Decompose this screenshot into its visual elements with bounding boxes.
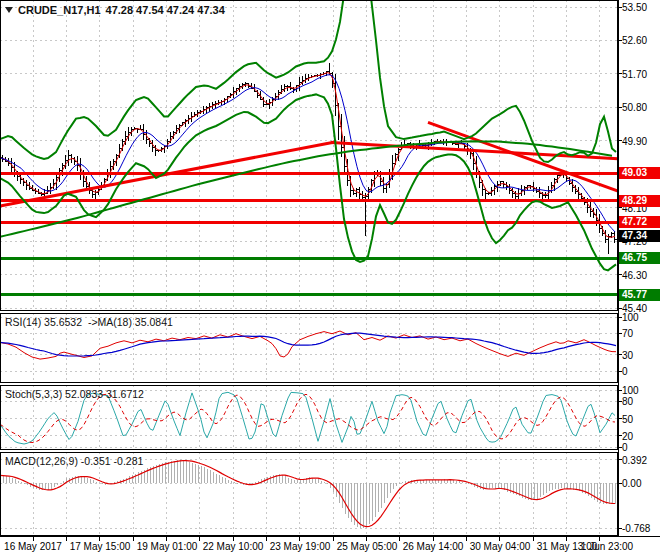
stoch-tick-label: 50 [622, 414, 633, 425]
rsi-tick-label: 30 [622, 350, 633, 361]
price-tick-label: 51.70 [622, 69, 647, 80]
time-axis-label: 25 May 05:00 [329, 541, 405, 552]
stoch-indicator-label: Stoch(5,3,3) 52.0833 31.6712 [5, 388, 144, 400]
price-tick-label: 49.90 [622, 136, 647, 147]
price-tick-label: 46.30 [622, 270, 647, 281]
time-axis-label: 19 May 01:00 [129, 541, 205, 552]
time-axis-label: 22 May 10:00 [195, 541, 271, 552]
time-axis-label: 16 May 2017 [0, 541, 71, 552]
symbol-title: CRUDE_N17,H1 [18, 4, 101, 16]
price-tick-label: 50.80 [622, 102, 647, 113]
price-badge-res: 49.03 [619, 167, 660, 179]
ohlc-values: 47.28 47.54 47.24 47.34 [106, 4, 225, 16]
time-axis-label: 26 May 14:00 [395, 541, 471, 552]
price-badge-cur: 47.34 [619, 230, 660, 242]
time-axis-label: 23 May 19:00 [262, 541, 338, 552]
trading-terminal-chart-window: CRUDE_N17,H1 47.28 47.54 47.24 47.34 RSI… [0, 0, 660, 560]
symbol-collapse-icon[interactable] [5, 7, 13, 13]
rsi-tick-label: 100 [622, 312, 639, 323]
rsi-tick-label: 0 [622, 366, 628, 377]
price-badge-res: 47.72 [619, 216, 660, 228]
price-chart-canvas[interactable] [0, 0, 660, 560]
time-axis-label: 1 Jun 23:00 [569, 541, 645, 552]
chart-header: CRUDE_N17,H1 47.28 47.54 47.24 47.34 [5, 4, 225, 16]
rsi-indicator-label: RSI(14) 35.6532 ->MA(18) 35.0841 [5, 316, 173, 328]
macd-tick-label: 0.00 [622, 478, 641, 489]
time-axis-label: 30 May 04:00 [462, 541, 538, 552]
stoch-tick-label: 80 [622, 396, 633, 407]
price-badge-sup: 45.77 [619, 289, 660, 301]
price-tick-label: 52.60 [622, 35, 647, 46]
macd-tick-label: 0.392 [622, 455, 647, 466]
time-axis-label: 17 May 15:00 [62, 541, 138, 552]
price-badge-res: 48.29 [619, 195, 660, 207]
price-tick-label: 53.50 [622, 2, 647, 13]
stoch-tick-label: 20 [622, 431, 633, 442]
macd-indicator-label: MACD(12,26,9) -0.351 -0.281 [5, 455, 143, 467]
rsi-tick-label: 70 [622, 328, 633, 339]
stoch-tick-label: 0 [622, 442, 628, 453]
stoch-tick-label: 100 [622, 385, 639, 396]
macd-tick-label: -0.768 [622, 523, 650, 534]
price-badge-sup: 46.75 [619, 252, 660, 264]
